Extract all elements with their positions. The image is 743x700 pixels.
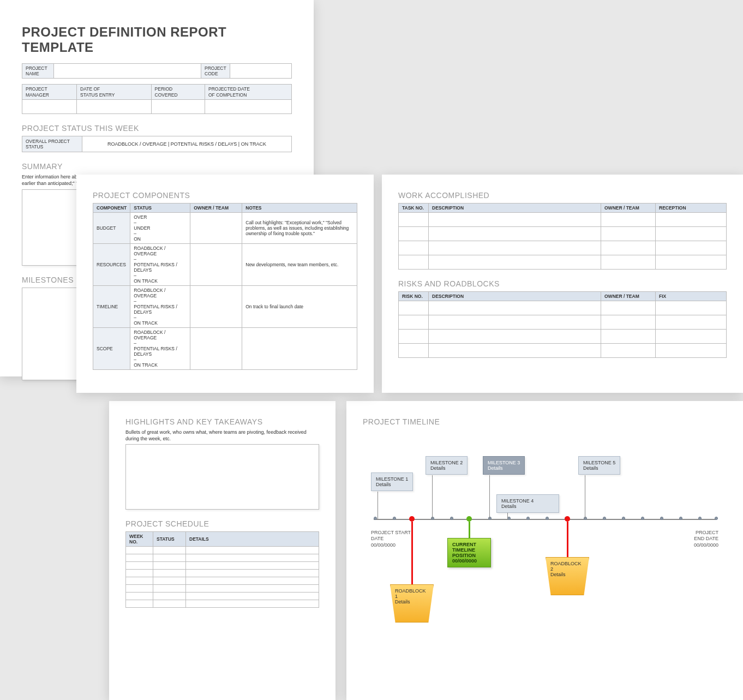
component-notes[interactable]: On track to final launch date: [242, 286, 357, 328]
col-status: STATUS: [153, 532, 186, 547]
milestone-detail: Details: [501, 504, 517, 509]
page-5: PROJECT TIMELINE MILESTONE 1 Details MIL…: [346, 401, 743, 700]
component-notes[interactable]: New developments, new team members, etc.: [242, 244, 357, 286]
col-taskno: TASK NO.: [399, 204, 429, 213]
col-reception: RECEPTION: [656, 204, 727, 213]
component-name: RESOURCES: [93, 244, 130, 286]
component-notes[interactable]: [242, 328, 357, 370]
milestone-box-5: MILESTONE 5 Details: [578, 456, 620, 475]
table-row[interactable]: [126, 585, 319, 593]
roadblock-detail: Details: [395, 599, 410, 605]
tick-icon: [393, 517, 396, 520]
tick-icon: [603, 517, 606, 520]
component-status[interactable]: ROADBLOCK / OVERAGE – POTENTIAL RISKS / …: [130, 328, 190, 370]
roadblock-label: ROADBLOCK 2: [550, 561, 582, 572]
component-status[interactable]: ROADBLOCK / OVERAGE – POTENTIAL RISKS / …: [130, 286, 190, 328]
table-row: TIMELINE ROADBLOCK / OVERAGE – POTENTIAL…: [93, 286, 357, 328]
table-row[interactable]: [399, 330, 727, 344]
milestone-label: MILESTONE 2: [430, 460, 463, 465]
milestone-label: MILESTONE 4: [501, 498, 534, 504]
table-row: BUDGET OVER – UNDER – ON Call out highli…: [93, 213, 357, 244]
page-2: PROJECT COMPONENTS COMPONENT STATUS OWNE…: [76, 175, 374, 393]
tick-icon: [546, 517, 549, 520]
highlights-note: Bullets of great work, who owns what, wh…: [125, 429, 319, 442]
tick-icon: [641, 517, 644, 520]
project-manager-value[interactable]: [22, 99, 77, 113]
table-row[interactable]: [399, 255, 727, 270]
table-row[interactable]: [399, 241, 727, 255]
tick-icon: [660, 517, 663, 520]
col-riskno: RISK NO.: [399, 292, 429, 301]
milestone-detail: Details: [376, 482, 391, 487]
table-row[interactable]: [126, 593, 319, 600]
milestone-box-1: MILESTONE 1 Details: [371, 472, 413, 491]
risks-table: RISK NO. DESCRIPTION OWNER / TEAM FIX: [398, 291, 727, 358]
table-row[interactable]: [126, 577, 319, 585]
roadblock-detail: Details: [550, 572, 566, 577]
axis-start-label: PROJECT START DATE 00/00/0000: [371, 530, 411, 548]
table-row[interactable]: [399, 227, 727, 241]
table-row[interactable]: [399, 344, 727, 358]
schedule-table: WEEK NO. STATUS DETAILS: [125, 531, 319, 608]
date-entry-label: DATE OF STATUS ENTRY: [77, 85, 151, 99]
page-4: HIGHLIGHTS AND KEY TAKEAWAYS Bullets of …: [109, 401, 335, 700]
table-row[interactable]: [126, 562, 319, 570]
milestone-detail: Details: [430, 465, 446, 471]
schedule-heading: PROJECT SCHEDULE: [125, 519, 319, 528]
tick-icon: [715, 517, 718, 520]
project-code-value[interactable]: [230, 64, 291, 79]
tick-icon: [488, 517, 492, 520]
project-manager-label: PROJECT MANAGER: [22, 85, 77, 99]
date-entry-value[interactable]: [77, 99, 151, 113]
milestone-box-2: MILESTONE 2 Details: [426, 456, 468, 475]
component-owner[interactable]: [190, 213, 242, 244]
work-table: TASK NO. DESCRIPTION OWNER / TEAM RECEPT…: [398, 203, 727, 270]
tick-icon: [679, 517, 682, 520]
table-row[interactable]: [126, 600, 319, 608]
risks-heading: RISKS AND ROADBLOCKS: [398, 279, 727, 288]
header-table-2: PROJECT MANAGER DATE OF STATUS ENTRY PER…: [22, 84, 292, 113]
milestone-box-3: MILESTONE 3 Details: [483, 456, 525, 475]
status-week-table: OVERALL PROJECT STATUS ROADBLOCK / OVERA…: [22, 136, 292, 152]
tick-icon: [450, 517, 453, 520]
project-code-label: PROJECT CODE: [201, 64, 230, 79]
project-name-value[interactable]: [54, 64, 201, 79]
roadblock-box-2: ROADBLOCK 2 Details: [546, 557, 589, 595]
component-status[interactable]: ROADBLOCK / OVERAGE – POTENTIAL RISKS / …: [130, 244, 190, 286]
report-title: PROJECT DEFINITION REPORT TEMPLATE: [22, 25, 292, 55]
milestone-box-4: MILESTONE 4 Details: [496, 494, 559, 513]
component-owner[interactable]: [190, 286, 242, 328]
table-row: RESOURCES ROADBLOCK / OVERAGE – POTENTIA…: [93, 244, 357, 286]
col-details: DETAILS: [186, 532, 319, 547]
col-owner: OWNER / TEAM: [601, 292, 656, 301]
page-3: WORK ACCOMPLISHED TASK NO. DESCRIPTION O…: [382, 175, 743, 393]
work-heading: WORK ACCOMPLISHED: [398, 191, 727, 200]
axis-end-label: PROJECT END DATE 00/00/0000: [694, 530, 718, 548]
table-row[interactable]: [399, 315, 727, 330]
col-desc: DESCRIPTION: [429, 204, 601, 213]
current-dot-icon: [466, 516, 472, 522]
overall-status-label: OVERALL PROJECT STATUS: [22, 136, 82, 152]
overall-status-options[interactable]: ROADBLOCK / OVERAGE | POTENTIAL RISKS / …: [82, 136, 292, 152]
milestone-detail: Details: [583, 465, 598, 471]
component-notes[interactable]: Call out highlights: "Exceptional work,"…: [242, 213, 357, 244]
stem-icon: [432, 475, 433, 519]
roadblock-stem-icon: [567, 522, 568, 560]
table-row[interactable]: [399, 213, 727, 227]
roadblock-stem-icon: [411, 522, 413, 587]
table-row[interactable]: [399, 301, 727, 315]
col-component: COMPONENT: [93, 204, 130, 213]
status-week-heading: PROJECT STATUS THIS WEEK: [22, 124, 292, 133]
table-row[interactable]: [126, 570, 319, 577]
proj-date-value[interactable]: [205, 99, 291, 113]
table-row[interactable]: [126, 547, 319, 554]
tick-icon: [374, 517, 377, 520]
table-row[interactable]: [126, 554, 319, 562]
components-table: COMPONENT STATUS OWNER / TEAM NOTES BUDG…: [93, 203, 357, 370]
component-status[interactable]: OVER – UNDER – ON: [130, 213, 190, 244]
period-covered-value[interactable]: [151, 99, 205, 113]
highlights-box[interactable]: [125, 444, 319, 510]
col-owner: OWNER / TEAM: [601, 204, 656, 213]
component-owner[interactable]: [190, 328, 242, 370]
component-owner[interactable]: [190, 244, 242, 286]
